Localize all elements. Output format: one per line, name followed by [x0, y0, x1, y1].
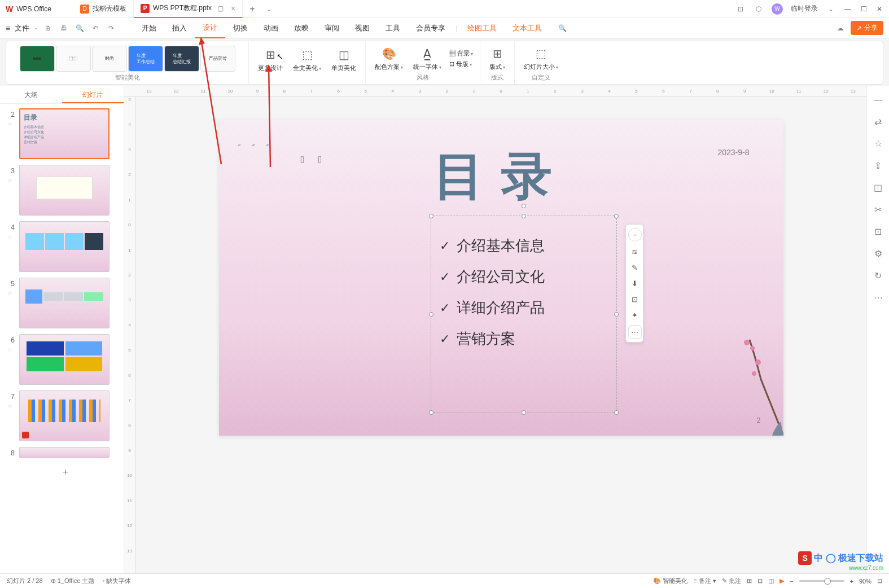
- star-icon[interactable]: ☆: [7, 290, 12, 296]
- resize-handle[interactable]: [614, 214, 619, 218]
- more-icon[interactable]: ⋯: [628, 325, 642, 339]
- settings-sidebar-icon[interactable]: ↻: [874, 270, 882, 281]
- tab-animation[interactable]: 动画: [256, 19, 286, 38]
- gift-sidebar-icon[interactable]: ⚙: [874, 248, 882, 259]
- comments-button[interactable]: ✎ 批注: [722, 577, 741, 585]
- minimize-button[interactable]: —: [844, 5, 852, 13]
- document-tab[interactable]: P WPS PPT教程.pptx ▢ ×: [134, 0, 243, 18]
- outline-tab[interactable]: 大纲: [0, 86, 62, 103]
- present-icon[interactable]: ▢: [215, 5, 225, 12]
- slide-thumb-5[interactable]: [19, 278, 110, 328]
- slide-canvas[interactable]: ᷾ ᷾ ᷾ ᷾ ᷾ 2023-9-8 目录 ✓介绍基本信息 ✓介绍公司文化 ✓详…: [219, 120, 783, 436]
- share-sidebar-icon[interactable]: ⇪: [874, 160, 882, 171]
- tab-transition[interactable]: 切换: [225, 19, 256, 38]
- edit-icon[interactable]: ✎: [628, 261, 642, 274]
- cube-icon[interactable]: ⬡: [754, 5, 764, 13]
- smart-beautify-status[interactable]: 🎨 智能美化: [653, 577, 687, 585]
- resize-handle[interactable]: [429, 214, 433, 218]
- master-button[interactable]: ⊡ 母版▾: [449, 60, 473, 68]
- redo-icon[interactable]: ↷: [106, 24, 117, 32]
- slide-title[interactable]: 目录: [433, 142, 569, 211]
- preview-icon[interactable]: 🔍: [74, 24, 85, 32]
- zoom-out-button[interactable]: −: [790, 578, 793, 585]
- reader-icon[interactable]: ⊡: [735, 5, 746, 13]
- tab-design[interactable]: 设计: [195, 18, 225, 38]
- screen-icon[interactable]: ⊡: [628, 292, 642, 306]
- layers-icon[interactable]: ≋: [628, 245, 642, 258]
- more-sidebar-icon[interactable]: ⋯: [874, 292, 883, 303]
- slide-thumb-7[interactable]: [19, 390, 110, 441]
- color-scheme-button[interactable]: 🎨 配色方案▾: [370, 43, 408, 73]
- content-textbox[interactable]: ✓介绍基本信息 ✓介绍公司文化 ✓详细介绍产品 ✓营销方案: [431, 216, 617, 413]
- search-icon[interactable]: 🔍: [557, 24, 568, 32]
- login-dropdown-icon[interactable]: ⌄: [826, 5, 836, 13]
- template-thumb-2[interactable]: ⬚⬚: [56, 46, 91, 72]
- star-sidebar-icon[interactable]: ☆: [874, 138, 882, 149]
- tab-drawing-tools[interactable]: 绘图工具: [459, 19, 505, 38]
- tab-slideshow[interactable]: 放映: [286, 19, 317, 38]
- template-thumb-3[interactable]: 时尚: [92, 46, 127, 72]
- slide-thumb-2[interactable]: 目录 介绍基本信息介绍公司文化 详细介绍产品营销方案: [19, 108, 110, 159]
- notes-button[interactable]: ≡ 备注 ▾: [693, 577, 716, 585]
- star-icon[interactable]: ☆: [7, 346, 12, 353]
- slide-thumbnails[interactable]: 2 ☆ 目录 介绍基本信息介绍公司文化 详细介绍产品营销方案 3: [0, 104, 124, 573]
- cube-sidebar-icon[interactable]: ◫: [874, 182, 882, 193]
- tab-text-tools[interactable]: 文本工具: [505, 19, 550, 38]
- file-dropdown-icon[interactable]: ⌄: [34, 25, 38, 30]
- template-thumb-4[interactable]: 年度工作总结: [128, 46, 163, 72]
- zoom-level[interactable]: 90%: [859, 578, 872, 585]
- tab-view[interactable]: 视图: [347, 19, 378, 38]
- print-icon[interactable]: 🖶: [58, 24, 69, 32]
- template-thumb-6[interactable]: 产品宣传: [200, 46, 235, 72]
- cloud-sync-icon[interactable]: ☁: [837, 24, 844, 32]
- magic-icon[interactable]: ✦: [628, 308, 642, 322]
- star-icon[interactable]: ☆: [7, 121, 12, 127]
- full-beautify-button[interactable]: ⬚ 全文美化▾: [288, 45, 326, 74]
- slide-thumb-3[interactable]: [19, 165, 110, 216]
- file-menu[interactable]: 文件: [15, 23, 29, 33]
- resize-handle[interactable]: [429, 312, 433, 317]
- zoom-slider[interactable]: [799, 580, 844, 582]
- slide-thumb-4[interactable]: [19, 221, 110, 272]
- adjust-icon[interactable]: ⇄: [874, 116, 882, 127]
- star-icon[interactable]: ☆: [7, 234, 12, 240]
- slides-tab[interactable]: 幻灯片: [62, 86, 124, 103]
- view-sorter-icon[interactable]: ⊡: [757, 577, 763, 585]
- layout-button[interactable]: ⊞ 版式▾: [485, 43, 510, 73]
- template-thumb-1[interactable]: ■■■: [20, 46, 55, 72]
- rotate-handle[interactable]: [522, 204, 526, 208]
- undo-icon[interactable]: ↶: [90, 24, 101, 32]
- resize-handle[interactable]: [522, 410, 526, 415]
- tab-dropdown-icon[interactable]: ⌄: [264, 5, 274, 13]
- view-slideshow-icon[interactable]: ▶: [779, 577, 784, 585]
- new-tab-button[interactable]: +: [243, 4, 261, 14]
- tab-review[interactable]: 审阅: [317, 19, 347, 38]
- tab-tools[interactable]: 工具: [378, 19, 408, 38]
- resize-handle[interactable]: [614, 312, 619, 317]
- resize-handle[interactable]: [522, 214, 526, 218]
- theme-indicator[interactable]: ⊕ 1_Office 主题: [51, 577, 95, 585]
- share-button[interactable]: ↗ 分享: [851, 21, 883, 35]
- single-beautify-button[interactable]: ◫ 单页美化: [327, 45, 361, 74]
- unify-font-button[interactable]: A̲ 统一字体▾: [409, 43, 446, 73]
- slide-size-button[interactable]: ⬚ 幻灯片大小▾: [519, 43, 563, 73]
- zoom-in-button[interactable]: +: [850, 578, 853, 585]
- template-tab[interactable]: D 找稻壳模板: [73, 0, 134, 18]
- slide-thumb-6[interactable]: [19, 334, 110, 385]
- close-tab-icon[interactable]: ×: [231, 4, 235, 13]
- reader-sidebar-icon[interactable]: ⊡: [874, 226, 882, 237]
- star-icon[interactable]: ☆: [7, 403, 12, 409]
- hamburger-icon[interactable]: ≡: [6, 24, 10, 33]
- tab-start[interactable]: 开始: [134, 19, 164, 38]
- wps-logo-tab[interactable]: W WPS Office: [0, 0, 73, 18]
- avatar-icon[interactable]: W: [772, 3, 783, 15]
- download-icon[interactable]: ⬇: [628, 277, 642, 290]
- new-icon[interactable]: 🗎: [42, 24, 54, 32]
- tools-sidebar-icon[interactable]: ✂: [874, 204, 882, 215]
- login-button[interactable]: 临时登录: [791, 4, 818, 14]
- template-thumb-5[interactable]: 年度总结汇报: [164, 46, 199, 72]
- star-icon[interactable]: ☆: [7, 177, 12, 183]
- fit-screen-icon[interactable]: ⊡: [877, 577, 882, 585]
- resize-handle[interactable]: [429, 410, 433, 415]
- collapse-sidebar-icon[interactable]: —: [874, 95, 883, 105]
